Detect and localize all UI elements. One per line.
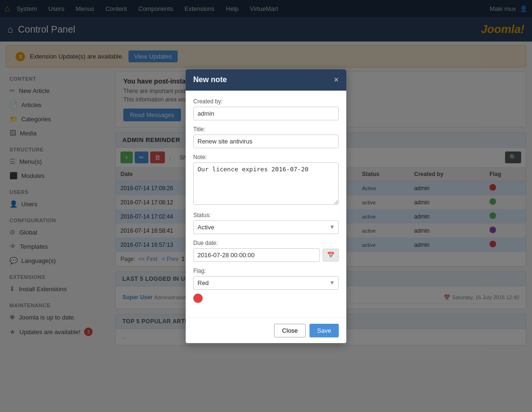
flag-select-wrapper: None Red Orange Green Blue Purple ▼ bbox=[193, 276, 339, 290]
title-label: Title: bbox=[193, 126, 339, 133]
new-note-modal: New note × Created by: Title: Note: Stat… bbox=[186, 69, 346, 343]
note-group: Note: bbox=[193, 154, 339, 206]
modal-footer: Close Save bbox=[186, 318, 346, 343]
flag-color-dot bbox=[193, 294, 203, 303]
modal-close-button[interactable]: × bbox=[334, 75, 339, 85]
status-group: Status: Active Inactive Archived ▼ bbox=[193, 212, 339, 234]
title-group: Title: bbox=[193, 126, 339, 148]
status-label: Status: bbox=[193, 212, 339, 219]
close-button[interactable]: Close bbox=[274, 324, 306, 337]
created-by-group: Created by: bbox=[193, 98, 339, 120]
flag-label: Flag: bbox=[193, 268, 339, 274]
status-select[interactable]: Active Inactive Archived bbox=[193, 220, 339, 234]
flag-group: Flag: None Red Orange Green Blue Purple … bbox=[193, 268, 339, 304]
modal-overlay: New note × Created by: Title: Note: Stat… bbox=[0, 0, 532, 351]
calendar-button[interactable]: 📅 bbox=[323, 249, 339, 261]
flag-select[interactable]: None Red Orange Green Blue Purple bbox=[193, 276, 339, 290]
modal-body: Created by: Title: Note: Status: Active … bbox=[186, 91, 346, 318]
date-row: 📅 bbox=[193, 248, 339, 262]
due-date-group: Due date: 📅 bbox=[193, 240, 339, 262]
created-by-input[interactable] bbox=[193, 107, 339, 120]
created-by-label: Created by: bbox=[193, 98, 339, 105]
title-input[interactable] bbox=[193, 135, 339, 148]
note-textarea[interactable] bbox=[193, 162, 339, 205]
note-label: Note: bbox=[193, 154, 339, 160]
modal-header: New note × bbox=[186, 69, 346, 91]
flag-preview bbox=[193, 294, 339, 304]
due-date-label: Due date: bbox=[193, 240, 339, 246]
modal-title: New note bbox=[193, 76, 227, 84]
save-button[interactable]: Save bbox=[309, 324, 339, 337]
status-select-wrapper: Active Inactive Archived ▼ bbox=[193, 220, 339, 234]
due-date-input[interactable] bbox=[193, 248, 320, 262]
